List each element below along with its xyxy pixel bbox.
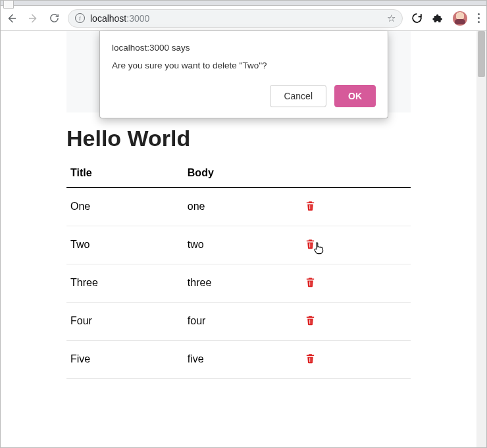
trash-icon	[305, 200, 316, 211]
col-header-body: Body	[184, 161, 301, 187]
table-row: Three three	[66, 264, 411, 302]
address-bar[interactable]: i localhost:3000 ☆	[68, 9, 403, 28]
cell-body: five	[184, 340, 301, 378]
cell-body: one	[184, 187, 301, 226]
puzzle-icon	[432, 13, 443, 24]
cell-title: Two	[66, 226, 184, 264]
nav-button-group	[6, 12, 60, 24]
delete-button[interactable]	[305, 314, 316, 326]
tab-strip[interactable]	[1, 1, 486, 6]
table-row: One one	[66, 187, 411, 226]
url-host: localhost	[90, 13, 126, 24]
cell-title: Four	[66, 302, 184, 340]
arrow-right-icon	[27, 12, 39, 24]
table-row: Two two	[66, 226, 411, 264]
reload-icon	[49, 12, 60, 24]
site-info-icon[interactable]: i	[75, 13, 85, 23]
forward-button[interactable]	[27, 12, 39, 24]
table-row: Four four	[66, 302, 411, 340]
trash-icon	[305, 276, 316, 287]
table-header-row: Title Body	[66, 161, 411, 187]
cell-body: three	[184, 264, 301, 302]
cell-title: Five	[66, 340, 184, 378]
delete-button[interactable]	[305, 276, 316, 287]
back-button[interactable]	[6, 12, 18, 24]
cancel-button[interactable]: Cancel	[270, 85, 326, 107]
dialog-origin: localhost:3000 says	[112, 43, 376, 53]
cell-actions	[301, 340, 411, 378]
dialog-message: Are you sure you want to delete "Two"?	[112, 61, 376, 70]
col-header-actions	[301, 161, 411, 187]
cell-actions	[301, 187, 411, 226]
refresh-circle-icon	[411, 12, 423, 24]
dialog-button-row: Cancel OK	[112, 85, 376, 107]
trash-icon	[305, 238, 316, 249]
data-table: Title Body One one	[66, 161, 411, 379]
cell-actions	[301, 302, 411, 340]
browser-menu-button[interactable]	[476, 12, 481, 24]
cell-body: two	[184, 226, 301, 264]
cell-actions	[301, 264, 411, 302]
cell-body: four	[184, 302, 301, 340]
bookmark-star-icon[interactable]: ☆	[387, 12, 396, 24]
confirm-dialog: localhost:3000 says Are you sure you wan…	[99, 31, 388, 118]
vertical-scrollbar[interactable]	[476, 31, 486, 447]
main-content: Hello World Title Body One one	[66, 126, 411, 379]
url-port: :3000	[126, 13, 149, 24]
reload-button[interactable]	[48, 12, 60, 24]
cell-actions	[301, 226, 411, 264]
col-header-title: Title	[66, 161, 184, 187]
extension-refresh-button[interactable]	[411, 12, 423, 24]
ok-button[interactable]: OK	[334, 85, 376, 107]
table-row: Five five	[66, 340, 411, 378]
browser-toolbar: i localhost:3000 ☆	[1, 6, 486, 31]
delete-button[interactable]	[305, 353, 316, 364]
url-text: localhost:3000	[90, 13, 149, 24]
delete-button[interactable]	[305, 200, 316, 211]
trash-icon	[305, 314, 316, 326]
delete-button[interactable]	[305, 238, 316, 249]
trash-icon	[305, 353, 316, 364]
cell-title: Three	[66, 264, 184, 302]
profile-avatar[interactable]	[453, 11, 467, 26]
browser-window: i localhost:3000 ☆ a table row with a de…	[0, 0, 487, 448]
cell-title: One	[66, 187, 184, 226]
arrow-left-icon	[6, 12, 18, 24]
extensions-button[interactable]	[432, 12, 444, 24]
toolbar-right-group	[411, 11, 481, 26]
page-title: Hello World	[66, 126, 411, 151]
scrollbar-thumb[interactable]	[478, 31, 485, 77]
